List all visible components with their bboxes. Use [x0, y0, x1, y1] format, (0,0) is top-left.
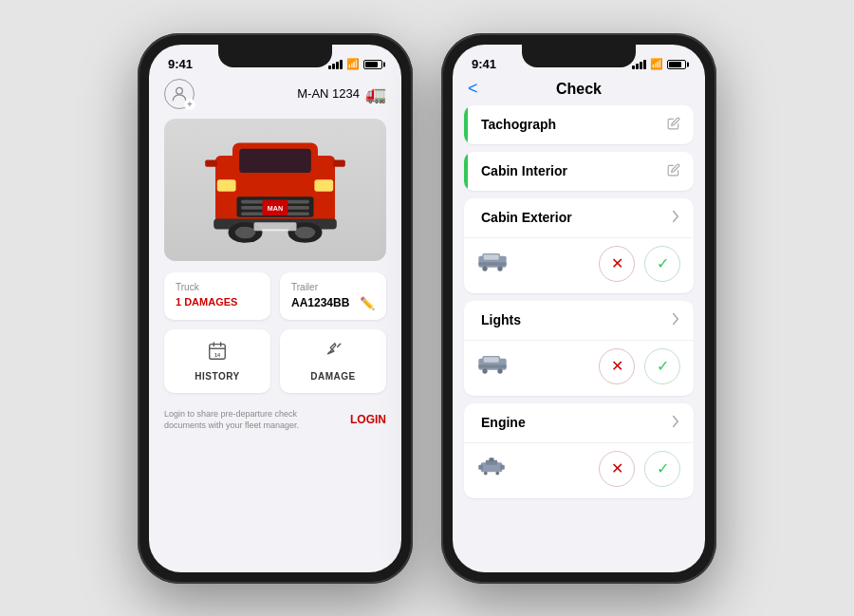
section-engine: Engine [464, 403, 694, 498]
svg-rect-10 [217, 179, 236, 192]
trailer-edit-icon[interactable]: ✏️ [360, 296, 375, 310]
section-tachograph: Tachograph [464, 105, 694, 144]
svg-text:MAN: MAN [268, 203, 283, 212]
svg-rect-11 [314, 179, 333, 192]
cabin-exterior-reject-button[interactable]: ✕ [599, 246, 635, 282]
section-cabin-interior: Cabin Interior [464, 152, 694, 191]
svg-rect-33 [484, 357, 499, 362]
login-description: Login to share pre-departure check docum… [164, 408, 316, 432]
signal-icon-2 [632, 60, 646, 69]
svg-point-43 [495, 471, 499, 475]
info-row: Truck 1 DAMAGES Trailer AA1234BB ✏️ [164, 272, 386, 320]
svg-point-42 [484, 471, 488, 475]
svg-rect-41 [490, 457, 494, 461]
lights-chevron-icon [671, 312, 680, 328]
cabin-exterior-sub-row: ✕ ✓ [464, 237, 694, 293]
lights-truck-icon [477, 353, 508, 380]
notch-2 [522, 45, 636, 67]
engine-title: Engine [481, 415, 526, 430]
svg-rect-30 [478, 262, 506, 265]
vehicle-id-text: M-AN 1234 [297, 86, 360, 101]
truck-damages: 1 DAMAGES [176, 296, 259, 308]
phone2-nav: < Check [453, 79, 705, 105]
cabin-exterior-accept-button[interactable]: ✓ [644, 246, 680, 282]
phones-container: 9:41 📶 [0, 0, 854, 616]
svg-rect-38 [478, 464, 483, 469]
tachograph-header[interactable]: Tachograph [464, 105, 694, 144]
trailer-row: AA1234BB ✏️ [291, 296, 375, 310]
signal-icon-1 [328, 60, 343, 69]
cabin-exterior-header[interactable]: Cabin Exterior [464, 198, 694, 237]
cabin-exterior-buttons: ✕ ✓ [599, 246, 680, 282]
lights-buttons: ✕ ✓ [599, 348, 680, 384]
cabin-exterior-chevron-icon [671, 210, 680, 226]
phone1-content: + M-AN 1234 🚛 [149, 79, 401, 436]
vehicle-id: M-AN 1234 🚛 [297, 84, 386, 104]
svg-rect-36 [478, 364, 506, 367]
action-row: 14 HISTORY DAMAGE [164, 329, 386, 393]
notch-1 [218, 45, 332, 67]
history-label: HISTORY [195, 371, 239, 382]
svg-point-35 [497, 368, 502, 373]
section-lights: Lights [464, 301, 694, 396]
time-2: 9:41 [472, 57, 496, 71]
cabin-interior-edit-icon [667, 163, 680, 179]
status-icons-2: 📶 [632, 58, 686, 70]
svg-rect-3 [239, 148, 311, 172]
lights-sub-row: ✕ ✓ [464, 340, 694, 396]
cabin-interior-header[interactable]: Cabin Interior [464, 152, 694, 191]
engine-reject-button[interactable]: ✕ [599, 451, 635, 487]
lights-header[interactable]: Lights [464, 301, 694, 340]
page-title: Check [556, 81, 602, 98]
engine-chevron-icon [671, 415, 680, 431]
history-button[interactable]: 14 HISTORY [164, 329, 270, 393]
wifi-icon-1: 📶 [346, 58, 360, 70]
engine-buttons: ✕ ✓ [599, 451, 680, 487]
login-button[interactable]: LOGIN [350, 413, 386, 426]
engine-header[interactable]: Engine [464, 403, 694, 442]
section-cabin-exterior: Cabin Exterior [464, 198, 694, 293]
phone-1-screen: 9:41 📶 [149, 45, 401, 572]
svg-rect-13 [333, 159, 345, 166]
history-icon: 14 [207, 341, 228, 366]
login-footer: Login to share pre-departure check docum… [164, 404, 386, 436]
svg-point-18 [295, 226, 316, 238]
status-icons-1: 📶 [328, 58, 382, 70]
back-button[interactable]: < [468, 79, 478, 99]
check-list: Tachograph Cabin Interior [453, 105, 705, 506]
truck-card: Truck 1 DAMAGES [164, 272, 270, 320]
avatar-icon[interactable]: + [164, 79, 195, 109]
lights-accept-button[interactable]: ✓ [644, 348, 680, 384]
damage-button[interactable]: DAMAGE [280, 329, 386, 393]
lights-title: Lights [481, 312, 521, 327]
svg-rect-27 [484, 254, 499, 259]
trailer-value: AA1234BB [291, 296, 349, 309]
damage-icon [323, 341, 343, 366]
wifi-icon-2: 📶 [650, 58, 663, 70]
engine-sub-row: ✕ ✓ [464, 442, 694, 498]
tachograph-edit-icon [667, 117, 680, 133]
svg-point-0 [176, 87, 183, 94]
tachograph-title: Tachograph [481, 117, 556, 132]
svg-point-28 [482, 266, 487, 271]
lights-reject-button[interactable]: ✕ [599, 348, 635, 384]
truck-image-area: MAN [164, 119, 386, 261]
engine-icon [477, 456, 506, 482]
phone-2-screen: 9:41 📶 < Check [453, 45, 705, 572]
phone1-header: + M-AN 1234 🚛 [164, 79, 386, 109]
svg-text:14: 14 [214, 351, 221, 357]
phone-2: 9:41 📶 < Check [441, 33, 716, 584]
trailer-card: Trailer AA1234BB ✏️ [280, 272, 386, 320]
battery-icon-1 [363, 60, 382, 69]
svg-rect-19 [254, 222, 297, 231]
svg-rect-39 [500, 464, 505, 469]
engine-accept-button[interactable]: ✓ [644, 451, 680, 487]
svg-point-34 [482, 368, 487, 373]
cabin-exterior-title: Cabin Exterior [481, 210, 572, 225]
avatar-plus-icon: + [184, 99, 195, 110]
battery-icon-2 [667, 60, 686, 69]
damage-label: DAMAGE [310, 371, 355, 382]
cabin-exterior-truck-icon [477, 251, 508, 277]
trailer-label: Trailer [291, 282, 375, 292]
svg-rect-12 [205, 159, 217, 166]
